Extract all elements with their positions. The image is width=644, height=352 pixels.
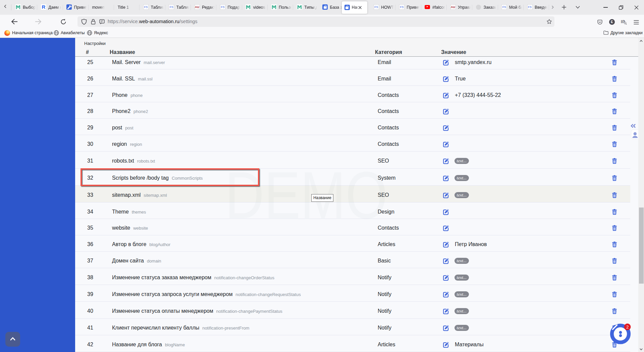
svg-text:2: 2 xyxy=(626,325,629,330)
